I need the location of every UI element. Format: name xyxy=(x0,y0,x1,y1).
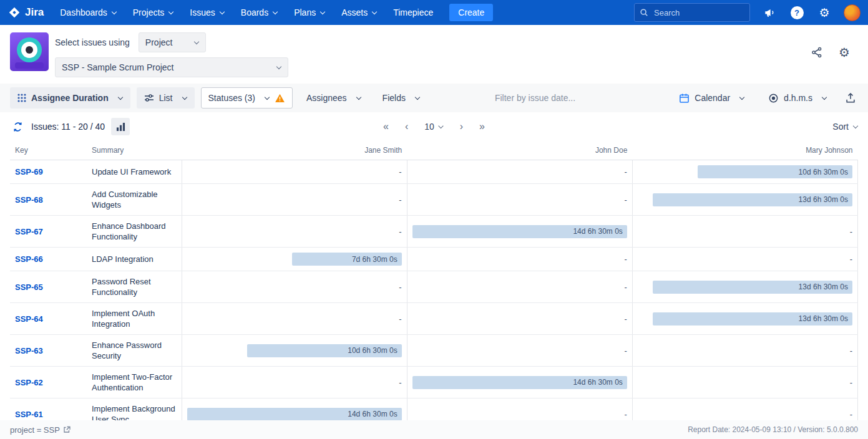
nav-menu-timepiece[interactable]: Timepiece xyxy=(393,7,433,17)
chevron-down-icon xyxy=(415,95,420,100)
nav-menu-boards[interactable]: Boards xyxy=(241,7,278,17)
calendar-dropdown[interactable]: Calendar xyxy=(671,87,752,109)
chevron-down-icon xyxy=(194,40,199,45)
nav-menu-assets[interactable]: Assets xyxy=(341,7,377,17)
duration-bar: 13d 6h 30m 0s xyxy=(653,281,852,294)
duration-bar: 13d 6h 30m 0s xyxy=(653,312,852,326)
duration-label: 13d 6h 30m 0s xyxy=(799,282,848,291)
nav-menu-dashboards[interactable]: Dashboards xyxy=(60,7,117,17)
page-size-dropdown[interactable]: 10 xyxy=(424,122,444,132)
table-row: SSP-66LDAP Integration7d 6h 30m 0s-- xyxy=(10,248,858,271)
duration-bar: 14d 6h 30m 0s xyxy=(412,376,627,389)
top-navbar: Jira Dashboards Projects Issues Boards P… xyxy=(0,0,868,25)
timepiece-app-icon xyxy=(10,32,49,71)
nav-menu-plans[interactable]: Plans xyxy=(294,7,325,17)
issue-key-link[interactable]: SSP-62 xyxy=(15,378,43,387)
pagination-prev-button[interactable]: ‹ xyxy=(405,121,408,132)
issue-summary: Update UI Framework xyxy=(92,166,177,177)
eye-icon xyxy=(768,93,779,104)
pagination-first-button[interactable]: « xyxy=(383,121,389,132)
jira-logo-icon xyxy=(7,6,21,19)
duration-bar: 14d 6h 30m 0s xyxy=(412,225,627,238)
table-row: SSP-65Password Reset Functionality--13d … xyxy=(10,271,858,303)
search-input[interactable] xyxy=(653,7,730,18)
issue-key-link[interactable]: SSP-66 xyxy=(15,254,43,264)
chevron-down-icon xyxy=(182,95,187,100)
project-dropdown[interactable]: SSP - Sample Scrum Project xyxy=(55,57,288,77)
pagination-next-button[interactable]: › xyxy=(460,121,463,132)
duration-label: 13d 6h 30m 0s xyxy=(799,314,848,323)
sort-dropdown[interactable]: Sort xyxy=(832,122,858,132)
issues-table-body: SSP-69Update UI Framework--10d 6h 30m 0s… xyxy=(10,160,858,439)
duration-label: 14d 6h 30m 0s xyxy=(573,378,622,387)
toolbar-right-group: Calendar d.h.m.s xyxy=(671,87,858,109)
global-search[interactable] xyxy=(634,3,750,22)
duration-bar: 14d 6h 30m 0s xyxy=(187,408,402,421)
issue-key-link[interactable]: SSP-61 xyxy=(15,410,43,419)
duration-label: 10d 6h 30m 0s xyxy=(348,346,397,355)
select-issues-label: Select issues using xyxy=(55,37,130,47)
view-dropdown[interactable]: List xyxy=(137,87,195,109)
table-row: SSP-62Implement Two-Factor Authenticatio… xyxy=(10,367,858,398)
issues-table-wrap: Key Summary Jane Smith John Doe Mary Joh… xyxy=(0,141,868,439)
empty-duration: - xyxy=(638,227,852,236)
report-header: Select issues using Project SSP - Sample… xyxy=(0,25,868,84)
statuses-dropdown[interactable]: Statuses (3) xyxy=(201,87,293,109)
empty-duration: - xyxy=(187,227,402,236)
time-format-dropdown[interactable]: d.h.m.s xyxy=(761,87,834,109)
issue-source-dropdown[interactable]: Project xyxy=(139,32,207,52)
brand-name: Jira xyxy=(25,6,44,19)
jira-logo[interactable]: Jira xyxy=(7,6,44,19)
assignees-dropdown[interactable]: Assignees xyxy=(299,87,369,109)
nav-menu-issues[interactable]: Issues xyxy=(190,7,224,17)
help-icon[interactable]: ? xyxy=(789,4,805,21)
issue-key-link[interactable]: SSP-69 xyxy=(15,167,43,176)
issue-key-link[interactable]: SSP-67 xyxy=(15,227,43,236)
chevron-down-icon xyxy=(853,124,858,129)
nav-right-group: ? ⚙ xyxy=(634,3,861,22)
column-header-summary: Summary xyxy=(87,141,182,160)
empty-duration: - xyxy=(187,282,402,292)
refresh-icon[interactable] xyxy=(10,119,25,134)
duration-label: 10d 6h 30m 0s xyxy=(799,168,848,176)
empty-duration: - xyxy=(638,378,852,387)
pagination-last-button[interactable]: » xyxy=(479,121,485,132)
duration-bar: 10d 6h 30m 0s xyxy=(698,165,852,178)
duration-label: 14d 6h 30m 0s xyxy=(348,410,397,418)
query-link[interactable]: project = SSP xyxy=(10,425,71,435)
table-row: SSP-64Implement OAuth Integration--13d 6… xyxy=(10,303,858,335)
nav-menu-projects[interactable]: Projects xyxy=(133,7,174,17)
empty-duration: - xyxy=(412,195,627,205)
grid-icon xyxy=(17,94,26,102)
share-icon[interactable] xyxy=(809,45,824,60)
report-footer: project = SSP Report Date: 2024-05-09 13… xyxy=(0,420,868,439)
table-row: SSP-67Enhance Dashboard Functionality-14… xyxy=(10,216,858,248)
chevron-down-icon xyxy=(739,95,744,100)
issue-summary: Implement Two-Factor Authentication xyxy=(92,372,177,393)
issue-key-link[interactable]: SSP-65 xyxy=(15,282,43,292)
announcements-icon[interactable] xyxy=(761,4,778,21)
empty-duration: - xyxy=(412,314,627,324)
issue-summary: Enhance Password Security xyxy=(92,340,177,361)
duration-label: 13d 6h 30m 0s xyxy=(799,195,848,204)
issue-key-link[interactable]: SSP-63 xyxy=(15,346,43,355)
issue-summary: Password Reset Functionality xyxy=(92,276,177,297)
fields-dropdown[interactable]: Fields xyxy=(375,87,427,109)
create-button[interactable]: Create xyxy=(449,4,493,21)
table-header-row: Key Summary Jane Smith John Doe Mary Joh… xyxy=(10,141,858,160)
export-icon[interactable] xyxy=(843,90,858,105)
issue-key-link[interactable]: SSP-64 xyxy=(15,314,43,324)
issue-date-filter-input[interactable] xyxy=(494,92,640,104)
nav-menus: Dashboards Projects Issues Boards Plans … xyxy=(60,7,433,17)
settings-gear-icon[interactable]: ⚙ xyxy=(816,4,832,21)
issue-summary: Implement OAuth Integration xyxy=(92,308,177,329)
report-settings-gear-icon[interactable]: ⚙ xyxy=(837,45,852,60)
issue-key-link[interactable]: SSP-68 xyxy=(15,195,43,205)
report-type-dropdown[interactable]: Assignee Duration xyxy=(10,87,130,109)
issues-count-label: Issues: 11 - 20 / 40 xyxy=(31,122,105,132)
chevron-down-icon xyxy=(265,95,270,100)
chevron-down-icon xyxy=(112,10,117,15)
user-avatar[interactable] xyxy=(844,4,861,21)
chart-view-button[interactable] xyxy=(111,118,130,135)
empty-duration: - xyxy=(412,346,627,355)
